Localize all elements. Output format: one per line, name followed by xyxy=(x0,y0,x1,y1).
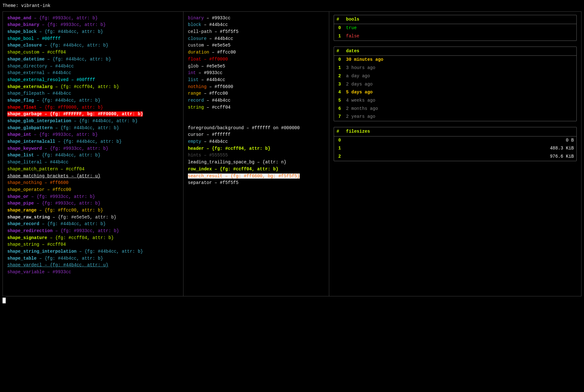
bools-index-1: 1 xyxy=(334,32,343,41)
table-row: 2 976.6 KiB xyxy=(334,153,576,161)
list-item: shape_externalarg – {fg: #ccff04, attr: … xyxy=(7,84,179,91)
dates-hash-header: # xyxy=(334,47,343,56)
table-row: 4 5 days ago xyxy=(334,88,576,97)
list-item: int – #9933cc xyxy=(188,70,324,77)
list-item: shape_globpattern – {fg: #44b4cc, attr: … xyxy=(7,125,179,132)
filesizes-title: filesizes xyxy=(343,127,576,136)
list-item: block – #44b4cc xyxy=(188,22,324,28)
table-row: 6 2 months ago xyxy=(334,105,576,113)
list-item: shape_datetime – {fg: #44b4cc, attr: b} xyxy=(7,56,179,63)
bools-value-1: false xyxy=(343,32,576,41)
bools-hash-header: # xyxy=(334,15,343,24)
list-item: shape_flag – {fg: #44b4cc, attr: b} xyxy=(7,97,179,104)
list-item: nothing – #ff6600 xyxy=(188,84,324,91)
dates-index-2: 2 xyxy=(334,72,343,80)
filesizes-index-1: 1 xyxy=(334,144,343,153)
list-item: shape_external_resolved – #00ffff xyxy=(7,77,179,84)
table-row: 1 3 hours ago xyxy=(334,64,576,72)
list-item: shape_filepath – #44b4cc xyxy=(7,90,179,97)
table-row: 0 30 minutes ago xyxy=(334,56,576,64)
filesizes-index-0: 0 xyxy=(334,136,343,144)
list-item: shape_nothing – #ff6600 xyxy=(7,180,179,187)
filesizes-hash-header: # xyxy=(334,127,343,136)
list-item: string – #ccff04 xyxy=(188,104,324,111)
list-item: cursor – #ffffff xyxy=(188,131,324,138)
list-item: shape_range – {fg: #ffcc00, attr: b} xyxy=(7,207,179,214)
dates-table: # dates 0 30 minutes ago 1 3 hours ago 2 xyxy=(334,47,577,121)
col-left: shape_and – {fg: #9933cc, attr: b} shape… xyxy=(3,12,183,296)
list-item: shape_match_pattern – #ccff04 xyxy=(7,166,179,173)
list-item: shape_directory – #44b4cc xyxy=(7,63,179,70)
list-item-search: search_result – {fg: #ff6600, bg: #f5f5f… xyxy=(188,173,324,180)
list-item: shape_int – {fg: #9933cc, attr: b} xyxy=(7,131,179,138)
main-container: shape_and – {fg: #9933cc, attr: b} shape… xyxy=(3,11,581,296)
list-item: shape_table – {fg: #44b4cc, attr: b} xyxy=(7,255,179,262)
list-item: shape_external – #44b4cc xyxy=(7,70,179,77)
list-item: shape_variable – #9933cc xyxy=(7,269,179,276)
list-item: binary – #9933cc xyxy=(188,15,324,22)
list-item: shape_internalcall – {fg: #44b4cc, attr:… xyxy=(7,138,179,145)
table-row: 7 2 years ago xyxy=(334,113,576,121)
bools-index-0: 0 xyxy=(334,24,343,32)
dates-value-4: 5 days ago xyxy=(343,88,576,97)
list-item: list – #44b4cc xyxy=(188,77,324,84)
list-item: shape_raw_string – {fg: #e5e5e5, attr: b… xyxy=(7,214,179,221)
table-row: 2 a day ago xyxy=(334,72,576,80)
list-item: shape_string – #ccff04 xyxy=(7,241,179,248)
list-item: duration – #ffcc00 xyxy=(188,49,324,56)
col-middle: binary – #9933cc block – #44b4cc cell-pa… xyxy=(183,12,329,296)
list-item: shape_vardecl – {fg: #44b4cc, attr: u} xyxy=(7,262,179,269)
dates-value-2: a day ago xyxy=(343,72,576,80)
dates-value-5: 4 weeks ago xyxy=(343,97,576,105)
list-item: separator – #f5f5f5 xyxy=(188,180,324,187)
list-item: shape_literal – #44b4cc xyxy=(7,159,179,166)
list-item: shape_custom – #ccff04 xyxy=(7,49,179,56)
list-item: shape_list – {fg: #44b4cc, attr: b} xyxy=(7,152,179,159)
filesizes-index-2: 2 xyxy=(334,153,343,161)
list-item: shape_float – {fg: #ff0000, attr: b} xyxy=(7,104,179,111)
list-item-garbage: shape_garbage – {fg: #FFFFFF, bg: #FF000… xyxy=(7,111,179,118)
filesizes-table: # filesizes 0 0 B 1 488.3 KiB 2 xyxy=(334,127,577,161)
list-item: row_index – {fg: #ccff04, attr: b} xyxy=(188,166,324,173)
list-item: record – #44b4cc xyxy=(188,97,324,104)
dates-index-4: 4 xyxy=(334,88,343,97)
list-item: shape_signature – {fg: #ccff04, attr: b} xyxy=(7,235,179,242)
dates-value-1: 3 hours ago xyxy=(343,64,576,72)
list-item: shape_matching_brackets – {attr: u} xyxy=(7,173,179,180)
dates-value-0: 30 minutes ago xyxy=(343,56,576,64)
filesizes-value-1: 488.3 KiB xyxy=(343,144,576,153)
list-item: foreground/background – #ffffff on #0000… xyxy=(188,125,324,132)
list-item: shape_binary – {fg: #9933cc, attr: b} xyxy=(7,22,179,28)
col-right: # bools 0 true 1 false xyxy=(329,12,581,296)
dates-value-6: 2 months ago xyxy=(343,105,576,113)
dates-value-7: 2 years ago xyxy=(343,113,576,121)
list-item: shape_and – {fg: #9933cc, attr: b} xyxy=(7,15,179,22)
list-item: range – #ffcc00 xyxy=(188,90,324,97)
table-row: 5 4 weeks ago xyxy=(334,97,576,105)
list-item: shape_bool – #00ffff xyxy=(7,35,179,42)
list-item: shape_keyword – {fg: #9933cc, attr: b} xyxy=(7,145,179,152)
list-item: shape_redirection – {fg: #9933cc, attr: … xyxy=(7,228,179,235)
bools-value-0: true xyxy=(343,24,576,32)
dates-index-0: 0 xyxy=(334,56,343,64)
list-item: closure – #44b4cc xyxy=(188,35,324,42)
list-item: shape_string_interpolation – {fg: #44b4c… xyxy=(7,248,179,255)
list-item: custom – #e5e5e5 xyxy=(188,42,324,49)
filesizes-value-0: 0 B xyxy=(343,136,576,144)
list-item: shape_operator – #ffcc00 xyxy=(7,187,179,193)
dates-value-3: 2 days ago xyxy=(343,80,576,89)
dates-title: dates xyxy=(343,47,576,56)
list-item: cell-path – #f5f5f5 xyxy=(188,28,324,35)
list-item: empty – #44b4cc xyxy=(188,138,324,145)
dates-index-6: 6 xyxy=(334,105,343,113)
cursor-block xyxy=(3,298,6,303)
list-item: shape_or – {fg: #9933cc, attr: b} xyxy=(7,193,179,200)
bools-table: # bools 0 true 1 false xyxy=(334,15,577,41)
list-item: leading_trailing_space_bg – {attr: n} xyxy=(188,159,324,166)
dates-index-3: 3 xyxy=(334,80,343,89)
list-item: shape_glob_interpolation – {fg: #44b4cc,… xyxy=(7,118,179,125)
filesizes-value-2: 976.6 KiB xyxy=(343,153,576,161)
table-row: 1 false xyxy=(334,32,576,41)
dates-index-7: 7 xyxy=(334,113,343,121)
dates-index-5: 5 xyxy=(334,97,343,105)
